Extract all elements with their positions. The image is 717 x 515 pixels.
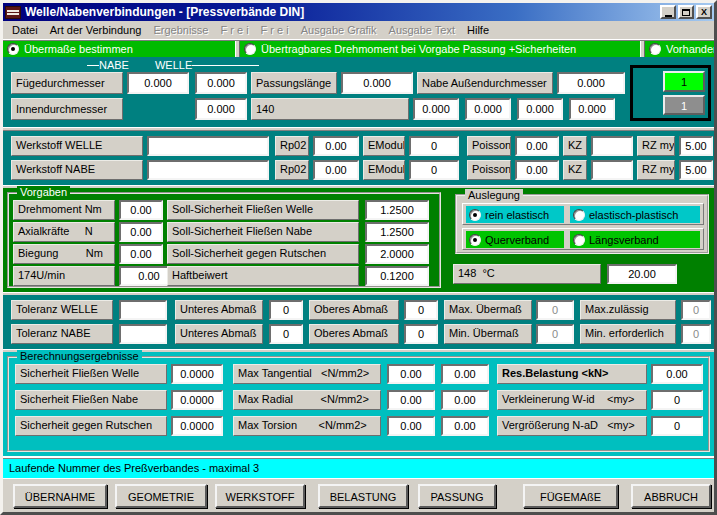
drehmoment-input[interactable]: 0.00 bbox=[119, 200, 163, 220]
max-uebermass-label: Max. Übermaß bbox=[444, 300, 532, 320]
geometry-extra-input-1[interactable]: 0.000 bbox=[413, 98, 459, 120]
counter-active-value[interactable]: 1 bbox=[663, 71, 705, 92]
menu-datei[interactable]: Datei bbox=[6, 22, 44, 38]
sicherheit-fliessen-nabe-value: 0.0000 bbox=[171, 390, 223, 410]
geometry-extra-input-4[interactable]: 0.000 bbox=[569, 98, 615, 120]
unteres-abmass-welle-input[interactable]: 0 bbox=[269, 300, 303, 320]
unteres-abmass-label: Unteres Abmaß bbox=[175, 300, 263, 320]
fuegedurchmesser-nabe-input[interactable]: 0.000 bbox=[127, 72, 189, 94]
radio-icon[interactable] bbox=[469, 234, 481, 246]
rp02-label: Rp02 bbox=[275, 160, 309, 180]
title-bar: Welle/Nabenverbindungen - [Pressverbände… bbox=[3, 3, 714, 21]
menu-ausgabe-grafik: Ausgabe Grafik bbox=[295, 22, 383, 38]
passung-button[interactable]: PASSUNG bbox=[418, 484, 496, 508]
innendurchmesser-welle-input[interactable]: 0.000 bbox=[195, 98, 247, 120]
soll-sicherheit-fliessen-nabe-input[interactable]: 1.2500 bbox=[365, 222, 429, 242]
radio-icon[interactable] bbox=[7, 43, 19, 55]
kz-nabe-input[interactable] bbox=[591, 160, 633, 180]
min-uebermass-label: Min. Übermaß bbox=[444, 324, 532, 344]
option-elastisch-plastisch[interactable]: elastisch-plastisch bbox=[570, 206, 700, 223]
vergroesserung-n-ad-label: Vergrößerung N-aD <my> bbox=[497, 416, 647, 436]
soll-sicherheit-fliessen-welle-input[interactable]: 1.2500 bbox=[365, 200, 429, 220]
rp02-nabe-input[interactable]: 0.00 bbox=[313, 160, 359, 180]
auslegung-elastic-row: rein elastisch elastisch-plastisch bbox=[462, 203, 704, 225]
max-uebermass-value: 0 bbox=[536, 300, 574, 320]
emodul-nabe-input[interactable]: 0 bbox=[409, 160, 459, 180]
werkstoff-nabe-name-input[interactable] bbox=[147, 160, 269, 180]
oberes-abmass-nabe-input[interactable]: 0 bbox=[404, 324, 438, 344]
radio-icon[interactable] bbox=[649, 43, 661, 55]
option-querverband[interactable]: Querverband bbox=[466, 231, 564, 248]
radio-icon[interactable] bbox=[573, 209, 585, 221]
max-tangential-label: Max Tangential <N/mm2> bbox=[233, 364, 381, 384]
rp02-welle-input[interactable]: 0.00 bbox=[313, 136, 359, 156]
rz-my-nabe-input[interactable]: 5.00 bbox=[679, 160, 713, 180]
option-rein-elastisch[interactable]: rein elastisch bbox=[466, 206, 564, 223]
nabe-aussendurchmesser-input[interactable]: 0.000 bbox=[557, 72, 625, 94]
mode-bar: Übermaße bestimmen Übertragbares Drehmom… bbox=[3, 40, 714, 57]
oberes-abmass-label: Oberes Abmaß bbox=[309, 300, 399, 320]
action-button-row: ÜBERNAHME GEOMETRIE WERKSTOFF BELASTUNG … bbox=[3, 478, 714, 512]
app-icon[interactable] bbox=[5, 6, 21, 19]
soll-sicherheit-fliessen-welle-label: Soll-Sicherheit Fließen Welle bbox=[167, 200, 359, 220]
emodul-welle-input[interactable]: 0 bbox=[409, 136, 459, 156]
counter-inactive-value[interactable]: 1 bbox=[663, 95, 705, 115]
temperatur-input[interactable]: 20.00 bbox=[607, 264, 677, 284]
geometrie-button[interactable]: GEOMETRIE bbox=[115, 484, 207, 508]
toleranz-nabe-code-input[interactable] bbox=[119, 324, 167, 344]
geometry-column-headers: NABE WELLE bbox=[87, 59, 259, 71]
menu-art-der-verbindung[interactable]: Art der Verbindung bbox=[44, 22, 148, 38]
abbruch-button[interactable]: ABBRUCH bbox=[631, 484, 711, 508]
oberes-abmass-welle-input[interactable]: 0 bbox=[404, 300, 438, 320]
option-laengsverband[interactable]: Längsverband bbox=[570, 231, 700, 248]
kz-welle-input[interactable] bbox=[591, 136, 633, 156]
unteres-abmass-label: Unteres Abmaß bbox=[175, 324, 263, 344]
fuegemasse-button[interactable]: FÜGEMAßE bbox=[523, 484, 618, 508]
menu-frei-1: F r e i bbox=[214, 22, 254, 38]
minimize-button[interactable] bbox=[660, 5, 676, 19]
passungslaenge-input[interactable]: 0.000 bbox=[341, 72, 413, 94]
maximize-button[interactable] bbox=[678, 5, 694, 19]
mode-label: Übertragbares Drehmoment bei Vorgabe Pas… bbox=[261, 43, 576, 55]
mode-vorhandene-sicherheiten[interactable]: Vorhandene Sicherheiten bbox=[645, 41, 714, 57]
geometry-extra-input-2[interactable]: 0.000 bbox=[465, 98, 511, 120]
sicherheit-fliessen-welle-label: Sicherheit Fließen Welle bbox=[15, 364, 167, 384]
fuegedurchmesser-welle-input[interactable]: 0.000 bbox=[195, 72, 247, 94]
biegung-input[interactable]: 0.00 bbox=[119, 244, 163, 264]
radio-icon[interactable] bbox=[244, 43, 256, 55]
window-title: Welle/Nabenverbindungen - [Pressverbände… bbox=[25, 5, 658, 19]
werkstoff-button[interactable]: WERKSTOFF bbox=[215, 484, 305, 508]
menu-bar: Datei Art der Verbindung Ergebnisse F r … bbox=[3, 21, 714, 40]
menu-hilfe[interactable]: Hilfe bbox=[461, 22, 495, 38]
axialkraefte-input[interactable]: 0.00 bbox=[119, 222, 163, 242]
uebernahme-button[interactable]: ÜBERNAHME bbox=[13, 484, 107, 508]
werkstoff-welle-name-input[interactable] bbox=[147, 136, 269, 156]
kz-label: KZ bbox=[563, 160, 587, 180]
max-radial-value-1: 0.00 bbox=[387, 390, 435, 410]
unteres-abmass-nabe-input[interactable]: 0 bbox=[269, 324, 303, 344]
vorgaben-section: Vorgaben Drehmoment Nm 0.00 Soll-Sicherh… bbox=[3, 188, 714, 292]
haftbeiwert-input[interactable]: 0.1200 bbox=[365, 266, 429, 286]
max-radial-label: Max Radial <N/mm2> bbox=[233, 390, 381, 410]
poisson-label: Poisson bbox=[467, 160, 511, 180]
close-button[interactable]: X bbox=[696, 5, 712, 19]
max-tangential-value-2: 0.00 bbox=[441, 364, 489, 384]
mode-uebertragbares-drehmoment[interactable]: Übertragbares Drehmoment bei Vorgabe Pas… bbox=[240, 41, 640, 57]
werkstoff-welle-label: Werkstoff WELLE bbox=[11, 136, 143, 156]
soll-sicherheit-rutschen-input[interactable]: 2.0000 bbox=[365, 244, 429, 264]
mode-uebermasse-bestimmen[interactable]: Übermaße bestimmen bbox=[3, 41, 235, 57]
rz-my-welle-input[interactable]: 5.00 bbox=[679, 136, 713, 156]
label-140: 140 bbox=[251, 98, 409, 120]
min-uebermass-value: 0 bbox=[536, 324, 574, 344]
haftbeiwert-label: Haftbeiwert bbox=[167, 266, 359, 286]
max-tangential-value-1: 0.00 bbox=[387, 364, 435, 384]
radio-icon[interactable] bbox=[469, 209, 481, 221]
res-belastung-value: 0.00 bbox=[651, 364, 703, 384]
werkstoff-nabe-label: Werkstoff NABE bbox=[11, 160, 143, 180]
poisson-welle-input[interactable]: 0.00 bbox=[515, 136, 559, 156]
toleranz-welle-code-input[interactable] bbox=[119, 300, 167, 320]
poisson-nabe-input[interactable]: 0.00 bbox=[515, 160, 559, 180]
belastung-button[interactable]: BELASTUNG bbox=[318, 484, 408, 508]
geometry-extra-input-3[interactable]: 0.000 bbox=[517, 98, 563, 120]
radio-icon[interactable] bbox=[573, 234, 585, 246]
